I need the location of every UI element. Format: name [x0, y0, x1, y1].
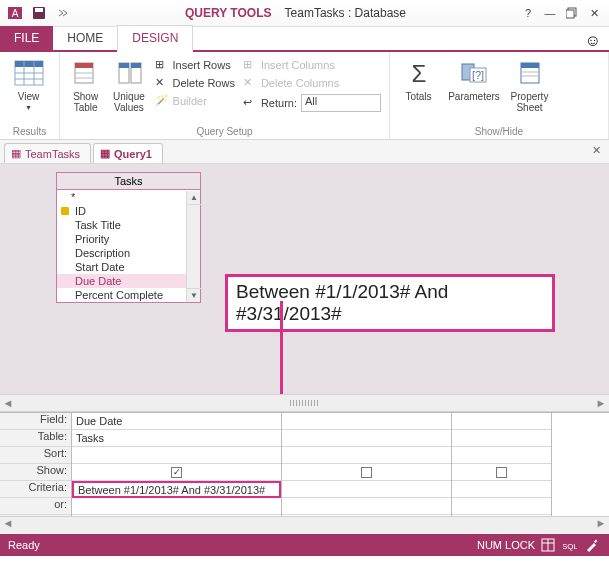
- field-list-scrollbar[interactable]: ▲ ▼: [186, 191, 200, 302]
- qbe-col-2: [282, 413, 452, 516]
- field-start-date[interactable]: Start Date: [57, 260, 200, 274]
- parameters-button[interactable]: [?] Parameters: [445, 55, 503, 102]
- field-list[interactable]: * ID Task Title Priority Description Sta…: [57, 190, 200, 302]
- qbe-table[interactable]: [452, 430, 551, 447]
- insert-cols-icon: ⊞: [243, 58, 257, 72]
- tab-home[interactable]: HOME: [53, 26, 117, 50]
- return-control: ↩ Return: All: [241, 93, 383, 113]
- field-star[interactable]: *: [57, 190, 200, 204]
- restore-icon[interactable]: [561, 2, 583, 24]
- svg-rect-3: [35, 8, 43, 12]
- qbe-col-3: [452, 413, 552, 516]
- callout-connector: [280, 301, 283, 394]
- group-querysetup-label: Query Setup: [66, 124, 383, 139]
- doctab-close-icon[interactable]: ✕: [592, 144, 601, 157]
- view-button[interactable]: View ▼: [6, 55, 51, 111]
- delete-columns-button[interactable]: ✕Delete Columns: [241, 75, 383, 91]
- scroll-left-icon[interactable]: ◄: [0, 517, 16, 534]
- field-task-title[interactable]: Task Title: [57, 218, 200, 232]
- scroll-left-icon[interactable]: ◄: [0, 397, 16, 409]
- svg-rect-32: [594, 540, 598, 544]
- field-due-date[interactable]: Due Date: [57, 274, 200, 288]
- qbe-show[interactable]: [282, 464, 451, 481]
- unique-values-icon: [113, 57, 145, 89]
- table-icon: ▦: [11, 147, 21, 160]
- return-icon: ↩: [243, 96, 257, 110]
- qbe-table[interactable]: [282, 430, 451, 447]
- qbe-field[interactable]: Due Date: [72, 413, 281, 430]
- totals-button[interactable]: Σ Totals: [396, 55, 441, 102]
- delete-rows-icon: ✕: [155, 76, 169, 90]
- show-table-label: Show Table: [73, 91, 98, 113]
- qbe-or[interactable]: [282, 498, 451, 515]
- qbe-criteria[interactable]: Between #1/1/2013# And #3/31/2013#: [72, 481, 281, 498]
- qbe-criteria[interactable]: [282, 481, 451, 498]
- qbe-criteria[interactable]: [452, 481, 551, 498]
- qbe-field[interactable]: [282, 413, 451, 430]
- doctab-teamtasks[interactable]: ▦TeamTasks: [4, 143, 91, 163]
- ribbon: View ▼ Results Show Table Unique Values …: [0, 52, 609, 140]
- qbe-table[interactable]: Tasks: [72, 430, 281, 447]
- minimize-icon[interactable]: —: [539, 2, 561, 24]
- status-bar: Ready NUM LOCK SQL: [0, 534, 609, 556]
- query-icon: ▦: [100, 147, 110, 160]
- table-tasks[interactable]: Tasks * ID Task Title Priority Descripti…: [56, 172, 201, 303]
- pane-splitter[interactable]: ◄ ►: [0, 394, 609, 412]
- delete-rows-button[interactable]: ✕Delete Rows: [153, 75, 237, 91]
- view-datasheet-icon[interactable]: [539, 536, 557, 554]
- scroll-up-icon[interactable]: ▲: [187, 191, 201, 205]
- datasheet-icon: [13, 57, 45, 89]
- scroll-down-icon[interactable]: ▼: [187, 288, 201, 302]
- field-percent-complete[interactable]: Percent Complete: [57, 288, 200, 302]
- field-priority[interactable]: Priority: [57, 232, 200, 246]
- checkbox-icon: [496, 467, 507, 478]
- qat-more-icon[interactable]: [52, 2, 74, 24]
- qbe-sort[interactable]: [72, 447, 281, 464]
- doctab-query1[interactable]: ▦Query1: [93, 143, 163, 163]
- svg-text:A: A: [12, 8, 19, 19]
- qbe-sort[interactable]: [282, 447, 451, 464]
- property-sheet-icon: [514, 57, 546, 89]
- qbe-hscroll[interactable]: ◄ ►: [0, 516, 609, 534]
- qbe-show[interactable]: [452, 464, 551, 481]
- view-design-icon[interactable]: [583, 536, 601, 554]
- svg-text:SQL: SQL: [563, 542, 577, 551]
- close-icon[interactable]: ✕: [583, 2, 605, 24]
- qbe-or[interactable]: [72, 498, 281, 515]
- save-icon[interactable]: [28, 2, 50, 24]
- quick-access-toolbar: A: [0, 2, 74, 24]
- insert-rows-button[interactable]: ⊞Insert Rows: [153, 57, 237, 73]
- group-showhide-label: Show/Hide: [396, 124, 602, 139]
- insert-columns-button[interactable]: ⊞Insert Columns: [241, 57, 383, 73]
- svg-rect-17: [119, 63, 129, 68]
- qbe-row-labels: Field: Table: Sort: Show: Criteria: or:: [0, 413, 72, 516]
- group-results-label: Results: [6, 124, 53, 139]
- show-table-button[interactable]: Show Table: [66, 55, 105, 113]
- feedback-icon[interactable]: ☺: [585, 32, 601, 50]
- help-icon[interactable]: ?: [517, 2, 539, 24]
- query-design-surface[interactable]: Tasks * ID Task Title Priority Descripti…: [0, 164, 609, 394]
- qbe-sort[interactable]: [452, 447, 551, 464]
- view-label: View: [18, 91, 40, 102]
- show-table-icon: [70, 57, 102, 89]
- chevron-down-icon: ▼: [25, 104, 32, 111]
- qbe-field[interactable]: [452, 413, 551, 430]
- property-sheet-button[interactable]: Property Sheet: [507, 55, 552, 113]
- checkbox-checked-icon: [171, 467, 182, 478]
- tab-design[interactable]: DESIGN: [117, 25, 193, 52]
- tab-file[interactable]: FILE: [0, 26, 53, 50]
- scroll-right-icon[interactable]: ►: [593, 397, 609, 409]
- unique-values-button[interactable]: Unique Values: [109, 55, 148, 113]
- field-id[interactable]: ID: [57, 204, 200, 218]
- field-description[interactable]: Description: [57, 246, 200, 260]
- view-sql-icon[interactable]: SQL: [561, 536, 579, 554]
- qbe-or[interactable]: [452, 498, 551, 515]
- builder-button[interactable]: 🪄Builder: [153, 93, 237, 109]
- scroll-right-icon[interactable]: ►: [593, 517, 609, 534]
- return-select[interactable]: All: [301, 94, 381, 112]
- qbe-show[interactable]: [72, 464, 281, 481]
- access-app-icon[interactable]: A: [4, 2, 26, 24]
- svg-text:Σ: Σ: [411, 60, 426, 86]
- label-or: or:: [0, 498, 71, 515]
- window-title: QUERY TOOLS TeamTasks : Database: [74, 6, 517, 20]
